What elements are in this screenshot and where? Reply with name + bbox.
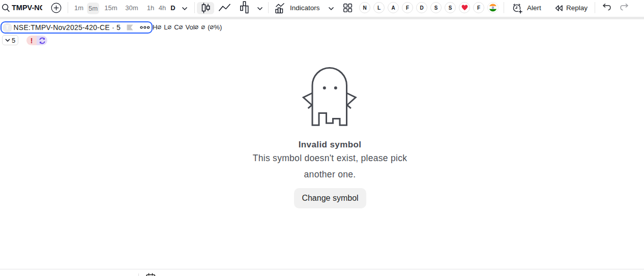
ohlc-change-percent: (∅%) <box>208 23 222 31</box>
description-line-2: another one. <box>0 166 644 182</box>
chart-pattern-button[interactable] <box>240 1 249 14</box>
footer-divider <box>138 273 139 276</box>
ohlc-high: H∅ <box>153 23 161 31</box>
symbol-shortcut-d[interactable]: D <box>416 2 427 13</box>
alert-label: Alert <box>527 4 541 12</box>
toolbar-divider <box>595 2 595 13</box>
timeframe-15m[interactable]: 15m <box>103 0 119 16</box>
invalid-symbol-title: Invalid symbol <box>0 140 644 150</box>
timeframe-1m[interactable]: 1m <box>73 0 85 16</box>
description-line-1: This symbol doesn't exist, please pick <box>0 150 644 166</box>
symbol-shortcut-s2[interactable]: S <box>445 2 456 13</box>
line-chart-icon <box>218 3 231 12</box>
undo-arrow-icon <box>602 4 611 11</box>
timeframe-d[interactable]: D <box>169 0 177 16</box>
layout-grid-button[interactable] <box>343 4 353 13</box>
undo-button[interactable] <box>602 4 611 11</box>
chart-area: T NSE:TMPV-Nov2025-420-CE · 5 H∅ L∅ C∅ V… <box>0 19 644 269</box>
chart-type-candles-button[interactable] <box>197 2 214 14</box>
change-symbol-button[interactable]: Change symbol <box>294 188 366 208</box>
timeframe-menu-button[interactable] <box>182 7 188 11</box>
alert-button[interactable]: Alert <box>512 0 541 16</box>
search-icon <box>2 4 10 13</box>
symbol-shortcut-india[interactable] <box>487 2 499 13</box>
toolbar-divider <box>268 2 269 13</box>
calendar-icon <box>146 273 156 276</box>
tradingview-app: TMPV-NO 1m 5m 15m 30m 1h 4h D <box>0 0 644 276</box>
shortcut-letter: F <box>406 5 409 11</box>
grid-layout-icon <box>343 4 353 13</box>
symbol-legend-button[interactable]: T NSE:TMPV-Nov2025-420-CE · 5 <box>1 21 153 34</box>
replay-label: Replay <box>566 4 588 12</box>
bars-pattern-icon <box>240 1 249 14</box>
toolbar-divider <box>194 2 195 13</box>
symbol-shortcut-f2[interactable]: F <box>473 2 484 13</box>
ohlc-low: L∅ <box>164 23 171 31</box>
ohlc-change: ∅ <box>201 23 205 31</box>
candlestick-icon <box>197 2 214 14</box>
redo-arrow-icon <box>620 4 629 11</box>
india-flag-icon <box>489 4 497 12</box>
indicators-icon <box>275 3 286 14</box>
symbol-shortcut-f[interactable]: F <box>402 2 413 13</box>
symbol-provider-badge: T <box>3 23 12 33</box>
invalid-symbol-ghost-illustration <box>301 66 359 127</box>
timeframe-30m[interactable]: 30m <box>124 0 139 16</box>
alarm-clock-plus-icon <box>512 2 523 14</box>
error-badge[interactable]: ! <box>26 36 37 45</box>
toolbar-divider <box>504 2 504 13</box>
symbol-shortcut-s[interactable]: S <box>430 2 442 13</box>
chevron-down-icon <box>328 7 334 11</box>
rewind-icon <box>554 4 563 12</box>
toolbar-divider <box>68 2 68 13</box>
timeframe-1h[interactable]: 1h <box>145 0 156 16</box>
shortcut-letter: F <box>477 5 480 11</box>
timeframe-5m[interactable]: 5m <box>87 3 99 14</box>
ohlc-volume: Vol∅ <box>186 23 199 31</box>
shortcut-letter: A <box>391 5 395 11</box>
timeframe-4h[interactable]: 4h <box>157 0 167 16</box>
search-symbol-text: TMPV-NO <box>12 4 42 12</box>
shortcut-letter: L <box>377 5 380 11</box>
redo-button[interactable] <box>620 4 629 11</box>
ohlc-close: C∅ <box>174 23 183 31</box>
reload-button[interactable] <box>37 36 47 45</box>
chart-type-menu-button[interactable] <box>257 7 263 11</box>
shortcut-letter: D <box>420 5 423 11</box>
more-options-icon[interactable] <box>140 26 150 29</box>
replay-button[interactable]: Replay <box>554 0 588 16</box>
indicators-button[interactable]: Indicators <box>275 0 320 16</box>
symbol-shortcut-heart[interactable] <box>459 2 470 13</box>
bottom-toolbar <box>0 269 644 276</box>
invalid-symbol-description: This symbol doesn't exist, please pick a… <box>0 150 644 182</box>
symbol-shortcut-l[interactable]: L <box>373 2 385 13</box>
top-toolbar: TMPV-NO 1m 5m 15m 30m 1h 4h D <box>0 0 644 17</box>
sync-icon <box>39 37 46 44</box>
indicators-menu-button[interactable] <box>328 7 334 11</box>
symbol-shortcut-a[interactable]: A <box>388 2 399 13</box>
shortcut-letter: N <box>363 5 366 11</box>
chevron-down-icon <box>5 39 10 42</box>
plus-circle-icon <box>51 3 62 13</box>
add-symbol-button[interactable] <box>51 3 62 13</box>
flag-symbol-icon[interactable] <box>127 24 133 30</box>
ohlc-legend: H∅ L∅ C∅ Vol∅ ∅ (∅%) <box>153 21 222 33</box>
interval-selector[interactable]: 5 <box>2 35 18 45</box>
go-to-date-button[interactable] <box>146 273 156 276</box>
indicators-label: Indicators <box>290 4 320 12</box>
chevron-down-icon <box>257 7 263 11</box>
shortcut-letter: S <box>449 5 452 11</box>
symbol-shortcut-n[interactable]: N <box>359 2 370 13</box>
heart-icon <box>461 5 468 11</box>
symbol-search-button[interactable]: TMPV-NO <box>2 0 42 16</box>
data-problem-pill: ! <box>26 36 47 45</box>
symbol-title: NSE:TMPV-Nov2025-420-CE · 5 <box>14 23 121 32</box>
chart-type-line-button[interactable] <box>218 3 231 12</box>
shortcut-letter: S <box>434 5 438 11</box>
chevron-down-icon <box>182 7 188 11</box>
interval-value: 5 <box>12 37 15 44</box>
